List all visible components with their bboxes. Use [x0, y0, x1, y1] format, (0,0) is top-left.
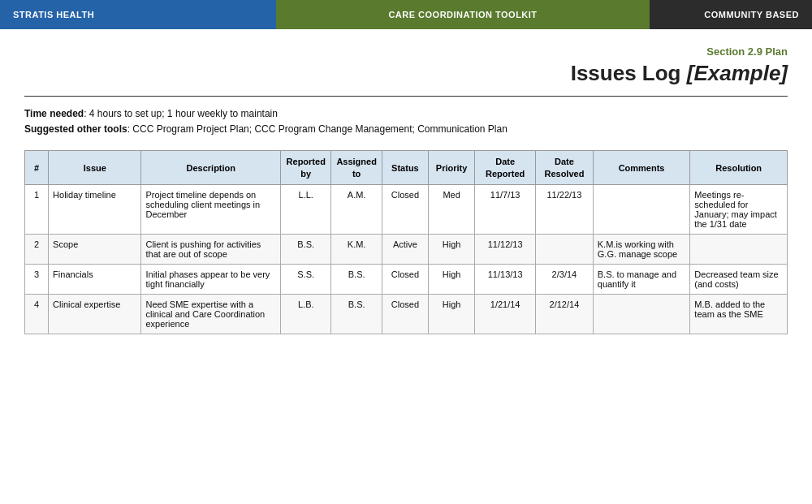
issues-table: # Issue Description Reported by Assigned…: [24, 150, 788, 334]
table-cell: Holiday timeline: [49, 184, 141, 234]
table-cell: Client is pushing for activities that ar…: [141, 234, 281, 264]
table-cell: [690, 234, 788, 264]
main-content: Section 2.9 Plan Issues Log [Example] Ti…: [0, 29, 812, 351]
header-center: CARE COORDINATION TOOLKIT: [276, 0, 650, 29]
col-header-num: #: [25, 151, 49, 185]
table-cell: [593, 184, 690, 234]
table-cell: High: [429, 294, 475, 334]
table-header-row: # Issue Description Reported by Assigned…: [25, 151, 788, 185]
table-cell: A.M.: [331, 184, 382, 234]
table-cell: High: [429, 264, 475, 294]
table-cell: 1/21/14: [475, 294, 536, 334]
table-cell: 2/3/14: [536, 264, 594, 294]
table-cell: S.S.: [281, 264, 331, 294]
table-cell: B.S.: [331, 294, 382, 334]
table-cell: Scope: [49, 234, 141, 264]
table-cell: Meetings re-scheduled for January; may i…: [690, 184, 788, 234]
table-cell: 2/12/14: [536, 294, 594, 334]
table-cell: Med: [429, 184, 475, 234]
table-cell: [536, 234, 594, 264]
table-cell: K.M.is working with G.G. manage scope: [593, 234, 690, 264]
table-cell: Need SME expertise with a clinical and C…: [141, 294, 281, 334]
table-cell: 11/22/13: [536, 184, 594, 234]
table-cell: Financials: [49, 264, 141, 294]
section-label: Section 2.9 Plan: [24, 45, 788, 58]
community-label: COMMUNITY BASED: [704, 10, 799, 19]
table-cell: Closed: [382, 264, 428, 294]
col-header-status: Status: [382, 151, 428, 185]
table-cell: 4: [25, 294, 49, 334]
info-line2: Suggested other tools: CCC Program Proje…: [24, 122, 788, 137]
table-cell: Closed: [382, 184, 428, 234]
table-cell: Project timeline depends on scheduling c…: [141, 184, 281, 234]
table-cell: 11/13/13: [475, 264, 536, 294]
header-left: STRATIS HEALTH: [0, 0, 276, 29]
col-header-date-reported: Date Reported: [475, 151, 536, 185]
table-cell: 2: [25, 234, 49, 264]
table-cell: Initial phases appear to be very tight f…: [141, 264, 281, 294]
stratis-health-label: STRATIS HEALTH: [13, 10, 94, 19]
page-title: Issues Log [Example]: [24, 61, 788, 86]
col-header-comments: Comments: [593, 151, 690, 185]
table-cell: Clinical expertise: [49, 294, 141, 334]
header-right: COMMUNITY BASED: [650, 0, 812, 29]
toolkit-label: CARE COORDINATION TOOLKIT: [388, 10, 537, 19]
table-row: 1Holiday timelineProject timeline depend…: [25, 184, 788, 234]
table-cell: 3: [25, 264, 49, 294]
table-cell: B.S. to manage and quantify it: [593, 264, 690, 294]
table-cell: B.S.: [281, 234, 331, 264]
col-header-reported: Reported by: [281, 151, 331, 185]
table-cell: High: [429, 234, 475, 264]
table-row: 4Clinical expertiseNeed SME expertise wi…: [25, 294, 788, 334]
table-cell: L.L.: [281, 184, 331, 234]
app-header: STRATIS HEALTH CARE COORDINATION TOOLKIT…: [0, 0, 812, 29]
table-cell: Active: [382, 234, 428, 264]
table-cell: 11/12/13: [475, 234, 536, 264]
col-header-issue: Issue: [49, 151, 141, 185]
table-cell: Closed: [382, 294, 428, 334]
table-cell: K.M.: [331, 234, 382, 264]
table-cell: [593, 294, 690, 334]
table-cell: L.B.: [281, 294, 331, 334]
table-cell: M.B. added to the team as the SME: [690, 294, 788, 334]
info-block: Time needed: 4 hours to set up; 1 hour w…: [24, 106, 788, 137]
col-header-desc: Description: [141, 151, 281, 185]
info-line1: Time needed: 4 hours to set up; 1 hour w…: [24, 106, 788, 122]
table-cell: B.S.: [331, 264, 382, 294]
table-row: 2ScopeClient is pushing for activities t…: [25, 234, 788, 264]
table-cell: Decreased team size (and costs): [690, 264, 788, 294]
table-row: 3FinancialsInitial phases appear to be v…: [25, 264, 788, 294]
col-header-date-resolved: Date Resolved: [536, 151, 594, 185]
table-cell: 1: [25, 184, 49, 234]
table-cell: 11/7/13: [475, 184, 536, 234]
col-header-resolution: Resolution: [690, 151, 788, 185]
col-header-assigned: Assigned to: [331, 151, 382, 185]
title-divider: [24, 96, 788, 97]
col-header-priority: Priority: [429, 151, 475, 185]
